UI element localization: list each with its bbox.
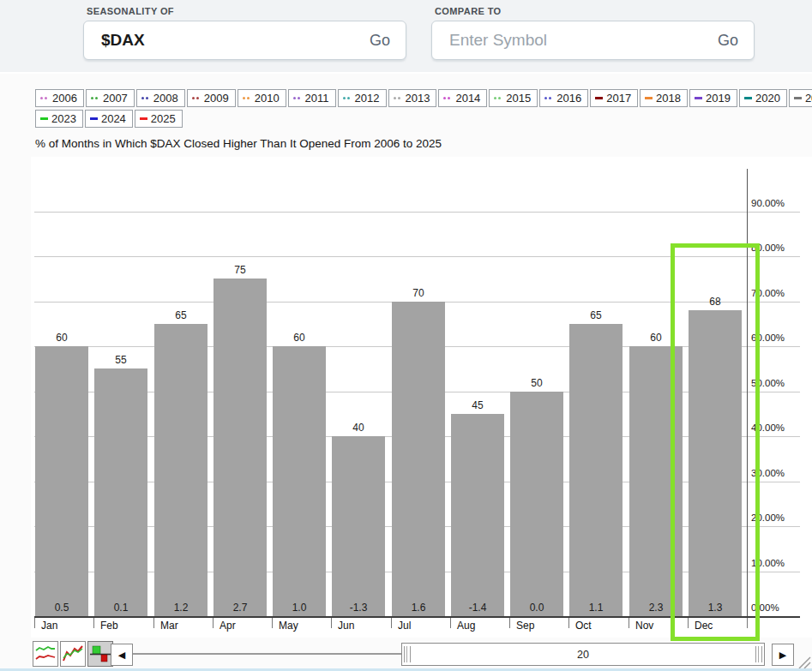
month-label-Sep: Sep bbox=[516, 620, 534, 632]
dash-series-marker-icon bbox=[695, 97, 702, 99]
gridline bbox=[34, 256, 800, 257]
scroll-left-button[interactable]: ◀ bbox=[111, 644, 133, 666]
month-label-Apr: Apr bbox=[220, 620, 236, 632]
dotted-series-marker-icon bbox=[544, 97, 553, 99]
avg-change-label: 1.3 bbox=[689, 602, 742, 614]
avg-change-label: 0.5 bbox=[35, 602, 88, 614]
year-toggle-2012[interactable]: 2012 bbox=[338, 89, 387, 107]
dash-series-marker-icon bbox=[140, 117, 147, 120]
year-label: 2023 bbox=[51, 112, 76, 125]
bar-Sep bbox=[510, 392, 563, 617]
year-legend: 2006200720082009201020112012201320142015… bbox=[35, 89, 778, 130]
visible-years-count: 20 bbox=[412, 649, 754, 661]
avg-change-label: 0.0 bbox=[510, 602, 563, 614]
year-toggle-2024[interactable]: 2024 bbox=[85, 110, 133, 128]
histogram-chart-icon[interactable] bbox=[87, 641, 113, 667]
year-toggle-2011[interactable]: 2011 bbox=[288, 89, 336, 107]
avg-change-label: 0.1 bbox=[94, 602, 147, 614]
x-axis-line bbox=[34, 616, 800, 618]
year-label: 2010 bbox=[255, 92, 280, 105]
bar-Nov bbox=[629, 346, 683, 616]
y-axis-tick-label: 0.00% bbox=[751, 602, 803, 613]
month-tick bbox=[450, 618, 451, 628]
year-label: 2014 bbox=[455, 92, 480, 105]
dash-series-marker-icon bbox=[744, 97, 752, 99]
year-toggle-2015[interactable]: 2015 bbox=[489, 89, 538, 107]
avg-change-label: 1.6 bbox=[392, 602, 445, 614]
bar-Aug bbox=[451, 414, 504, 616]
year-label: 2012 bbox=[355, 92, 380, 105]
year-toggle-2018[interactable]: 2018 bbox=[640, 89, 688, 107]
dotted-series-marker-icon bbox=[394, 97, 402, 99]
dotted-series-marker-icon bbox=[293, 97, 302, 99]
year-label: 2025 bbox=[151, 112, 176, 125]
month-tick bbox=[272, 618, 273, 628]
dotted-series-marker-icon bbox=[343, 97, 352, 99]
scrollbar-track[interactable] bbox=[133, 653, 401, 655]
year-toggle-2017[interactable]: 2017 bbox=[590, 89, 638, 107]
compare-to-label: COMPARE TO bbox=[435, 6, 502, 16]
bar-value-label: 65 bbox=[154, 309, 208, 321]
y-axis-tick-label: 30.00% bbox=[751, 468, 803, 478]
dotted-series-marker-icon bbox=[91, 97, 99, 99]
year-toggle-2016[interactable]: 2016 bbox=[539, 89, 588, 107]
year-toggle-2006[interactable]: 2006 bbox=[35, 89, 84, 107]
year-toggle-2021[interactable]: 2021 bbox=[789, 89, 812, 107]
bar-Mar bbox=[154, 324, 208, 616]
avg-change-label: 1.2 bbox=[154, 602, 208, 614]
month-tick bbox=[629, 618, 629, 628]
bar-value-label: 40 bbox=[332, 422, 385, 434]
y-axis-tick-label: 90.00% bbox=[751, 198, 803, 208]
year-label: 2020 bbox=[755, 92, 780, 105]
year-toggle-2019[interactable]: 2019 bbox=[689, 89, 737, 107]
dash-series-marker-icon bbox=[794, 97, 802, 99]
avg-change-label: -1.3 bbox=[332, 602, 385, 614]
month-tick bbox=[747, 618, 748, 628]
seasonality-symbol-input[interactable] bbox=[99, 30, 361, 51]
legend-row: 202320242025 bbox=[35, 110, 778, 128]
bar-Feb bbox=[94, 368, 147, 616]
resize-handle-icon[interactable] bbox=[796, 655, 811, 669]
year-toggle-2014[interactable]: 2014 bbox=[438, 89, 487, 107]
month-label-Nov: Nov bbox=[635, 620, 653, 632]
month-label-Oct: Oct bbox=[575, 620, 592, 632]
year-label: 2019 bbox=[706, 92, 731, 105]
year-toggle-2008[interactable]: 2008 bbox=[136, 89, 185, 107]
month-label-Mar: Mar bbox=[160, 620, 178, 632]
overlay-lines-glyph bbox=[63, 644, 83, 664]
year-toggle-2007[interactable]: 2007 bbox=[86, 89, 135, 107]
separate-lines-chart-icon[interactable] bbox=[33, 641, 58, 667]
right-arrow-icon: ▶ bbox=[779, 650, 786, 661]
year-toggle-2023[interactable]: 2023 bbox=[35, 110, 83, 128]
year-label: 2008 bbox=[153, 92, 178, 105]
dotted-series-marker-icon bbox=[443, 97, 452, 99]
avg-change-label: -1.4 bbox=[451, 602, 504, 614]
overlay-lines-chart-icon[interactable] bbox=[60, 641, 86, 667]
month-tick bbox=[93, 618, 94, 628]
year-toggle-2009[interactable]: 2009 bbox=[187, 89, 236, 107]
y-axis-tick-label: 50.00% bbox=[751, 378, 803, 388]
y-axis-line bbox=[747, 169, 748, 617]
bar-Apr bbox=[214, 279, 267, 616]
avg-change-label: 2.3 bbox=[629, 602, 683, 614]
compare-symbol-input[interactable] bbox=[448, 30, 709, 51]
year-toggle-2020[interactable]: 2020 bbox=[739, 89, 787, 107]
year-toggle-2010[interactable]: 2010 bbox=[238, 89, 286, 107]
scroll-right-button[interactable]: ▶ bbox=[772, 644, 794, 666]
y-axis-tick-label: 60.00% bbox=[751, 333, 803, 343]
bar-value-label: 68 bbox=[689, 296, 742, 308]
month-tick bbox=[509, 618, 510, 628]
dash-series-marker-icon bbox=[40, 117, 48, 120]
scrollbar-thumb[interactable]: 20 bbox=[401, 643, 765, 666]
month-tick bbox=[331, 618, 332, 628]
year-toggle-2025[interactable]: 2025 bbox=[135, 110, 183, 128]
year-label: 2015 bbox=[506, 92, 531, 105]
bar-value-label: 60 bbox=[35, 332, 88, 344]
bar-value-label: 50 bbox=[510, 377, 563, 389]
seasonality-go-button[interactable]: Go bbox=[361, 32, 390, 50]
year-label: 2007 bbox=[103, 92, 128, 105]
year-toggle-2013[interactable]: 2013 bbox=[388, 89, 437, 107]
dotted-series-marker-icon bbox=[40, 97, 49, 99]
bar-value-label: 65 bbox=[569, 309, 623, 321]
compare-go-button[interactable]: Go bbox=[709, 32, 738, 50]
